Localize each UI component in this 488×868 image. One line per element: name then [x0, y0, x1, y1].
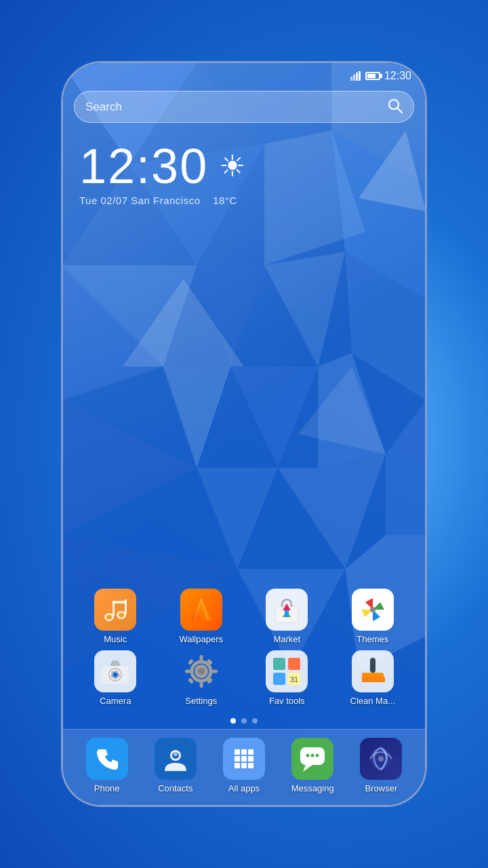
- weather-icon: ☀: [219, 151, 247, 181]
- svg-rect-73: [362, 677, 365, 682]
- wallpapers-icon-img: [180, 589, 222, 631]
- svg-point-50: [370, 607, 375, 612]
- search-placeholder: Search: [85, 100, 381, 114]
- clock-widget: 12:30 ☀ Tue 02/07 San Francisco 18°C: [63, 128, 425, 213]
- contacts-icon-img: [155, 738, 197, 780]
- svg-point-93: [306, 754, 310, 757]
- browser-label: Browser: [365, 783, 398, 794]
- svg-rect-25: [350, 77, 352, 81]
- svg-rect-86: [241, 756, 247, 762]
- settings-label: Settings: [185, 696, 217, 707]
- svg-rect-78: [382, 677, 385, 682]
- dock-browser[interactable]: Browser: [348, 738, 414, 794]
- svg-rect-59: [212, 669, 218, 673]
- dock-phone[interactable]: Phone: [74, 738, 140, 794]
- svg-point-94: [311, 754, 314, 757]
- settings-icon-img: [180, 650, 222, 692]
- svg-rect-71: [370, 658, 375, 673]
- market-icon-img: [266, 589, 308, 631]
- svg-rect-45: [285, 610, 289, 617]
- app-market[interactable]: Market: [245, 589, 329, 645]
- battery-fill: [367, 74, 375, 78]
- page-dot-3: [252, 718, 258, 724]
- svg-line-30: [398, 108, 403, 113]
- search-bar[interactable]: Search: [74, 91, 414, 123]
- svg-point-95: [316, 754, 319, 757]
- phone-content: 12:30 Search 12:30 ☀ Tue 02/07 San Franc…: [63, 63, 425, 805]
- battery-icon: [365, 72, 380, 80]
- svg-marker-92: [303, 765, 312, 772]
- svg-rect-90: [248, 763, 253, 768]
- svg-rect-88: [235, 763, 240, 768]
- dock-contacts[interactable]: Contacts: [142, 738, 208, 794]
- svg-rect-67: [288, 658, 300, 670]
- app-camera[interactable]: Camera: [74, 650, 157, 707]
- themes-icon-img: [352, 589, 394, 631]
- clock-temp: 18°C: [213, 195, 237, 206]
- svg-rect-26: [353, 75, 355, 81]
- app-wallpapers[interactable]: Wallpapers: [160, 589, 243, 645]
- svg-point-54: [113, 672, 118, 677]
- svg-point-34: [119, 613, 124, 618]
- app-music[interactable]: Music: [74, 589, 157, 645]
- app-favtools[interactable]: 31 Fav tools: [245, 650, 329, 707]
- clock-details: Tue 02/07 San Francisco 18°C: [79, 195, 409, 206]
- music-icon-img: [94, 589, 136, 631]
- themes-label: Themes: [357, 634, 388, 645]
- app-settings[interactable]: Settings: [160, 650, 243, 707]
- clock-date: Tue 02/07 San Francisco: [79, 195, 201, 206]
- svg-text:31: 31: [290, 675, 298, 684]
- svg-rect-77: [378, 677, 381, 682]
- svg-point-65: [198, 668, 205, 675]
- wallpapers-label: Wallpapers: [179, 634, 223, 645]
- allapps-label: All apps: [228, 783, 260, 794]
- svg-rect-84: [248, 749, 253, 755]
- favtools-label: Fav tools: [269, 696, 305, 707]
- svg-rect-89: [241, 763, 247, 768]
- signal-icon: [350, 71, 361, 81]
- svg-point-32: [106, 615, 112, 620]
- phone-frame: 12:30 Search 12:30 ☀ Tue 02/07 San Franc…: [61, 61, 427, 807]
- svg-marker-39: [190, 599, 212, 620]
- status-time: 12:30: [384, 70, 411, 82]
- phone-label: Phone: [94, 783, 120, 794]
- svg-point-81: [174, 752, 178, 756]
- svg-rect-74: [366, 677, 369, 682]
- page-dot-1: [230, 718, 236, 724]
- svg-rect-27: [356, 73, 358, 81]
- market-label: Market: [273, 634, 300, 645]
- clock-display: 12:30 ☀: [79, 142, 409, 191]
- cleanmaster-label: Clean Ma...: [350, 696, 395, 707]
- dock: Phone Contacts: [63, 729, 425, 805]
- app-themes[interactable]: Themes: [331, 589, 415, 645]
- app-cleanmaster[interactable]: Clean Ma...: [331, 650, 415, 707]
- svg-rect-87: [248, 756, 253, 762]
- status-bar: 12:30: [63, 63, 425, 85]
- svg-rect-37: [113, 601, 127, 604]
- svg-rect-56: [199, 655, 203, 660]
- music-label: Music: [104, 634, 127, 645]
- camera-label: Camera: [100, 696, 131, 707]
- svg-rect-82: [235, 749, 240, 755]
- dock-allapps[interactable]: All apps: [211, 738, 277, 794]
- svg-rect-28: [359, 71, 361, 81]
- svg-rect-75: [370, 677, 373, 682]
- page-indicator: [63, 713, 425, 729]
- contacts-label: Contacts: [158, 783, 192, 794]
- svg-rect-83: [241, 749, 247, 755]
- search-icon[interactable]: [388, 98, 403, 115]
- svg-rect-58: [185, 669, 190, 673]
- svg-rect-68: [273, 673, 285, 685]
- messaging-label: Messaging: [291, 783, 334, 794]
- app-grid-row1: Music: [63, 582, 425, 713]
- svg-rect-66: [273, 658, 285, 670]
- browser-icon-img: [360, 738, 402, 780]
- camera-icon-img: [94, 650, 136, 692]
- svg-point-97: [378, 756, 384, 762]
- favtools-icon-img: 31: [266, 650, 308, 692]
- dock-messaging[interactable]: Messaging: [280, 738, 346, 794]
- cleanmaster-icon-img: [352, 650, 394, 692]
- svg-rect-76: [374, 677, 377, 682]
- svg-rect-85: [235, 756, 240, 762]
- messaging-icon-img: [291, 738, 333, 780]
